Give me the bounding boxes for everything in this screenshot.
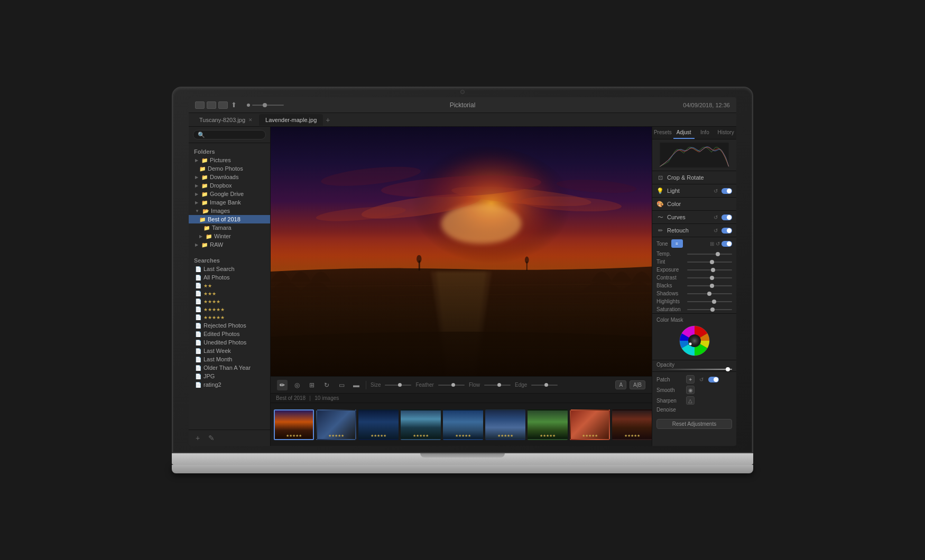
sidebar-item-pictures[interactable]: ▶ 📁 Pictures [189, 156, 270, 164]
sidebar-item-tamara[interactable]: 📁 Tamara [189, 223, 270, 232]
size-slider[interactable] [385, 385, 411, 386]
thumbnail-7[interactable]: ★★★★★ [528, 409, 568, 440]
sharpen-icon[interactable]: △ [686, 396, 695, 405]
sidebar-item-5stars[interactable]: 📄 ★★★★★ [189, 305, 270, 313]
view-btn-2[interactable] [207, 101, 216, 109]
sidebar-item-images[interactable]: ▼ 📂 Images [189, 207, 270, 215]
tab-presets[interactable]: Presets [652, 127, 673, 139]
brush-tool[interactable]: ✏ [277, 380, 288, 390]
sidebar-item-winter[interactable]: ▶ 📁 Winter [189, 232, 270, 240]
crop-rotate-header[interactable]: ⊡ Crop & Rotate [652, 171, 736, 184]
tone-toggle[interactable] [722, 241, 732, 247]
tab-lavender[interactable]: Lavender-maple.jpg [259, 114, 323, 126]
tab-adjust[interactable]: Adjust [673, 127, 695, 139]
grid-tool[interactable]: ⊞ [307, 380, 317, 390]
sidebar-item-4stars[interactable]: 📄 ★★★★ [189, 297, 270, 305]
flow-slider[interactable] [484, 385, 511, 386]
eraser-tool[interactable]: ◎ [292, 380, 302, 390]
curves-toggle[interactable] [722, 214, 732, 220]
sidebar-item-demo[interactable]: 📁 Demo Photos [189, 164, 270, 173]
sidebar-item-last-month[interactable]: 📄 Last Month [189, 355, 270, 363]
sidebar-item-older-year[interactable]: 📄 Older Than A Year [189, 363, 270, 372]
sidebar-item-5stars-2[interactable]: 📄 ★★★★★ [189, 313, 270, 321]
tint-slider[interactable] [687, 262, 732, 263]
curves-reset-btn[interactable]: ↺ [712, 213, 719, 221]
sidebar-item-raw[interactable]: ▶ 📁 RAW [189, 240, 270, 249]
sidebar-item-edited[interactable]: 📄 Edited Photos [189, 330, 270, 338]
light-toggle[interactable] [722, 188, 732, 194]
edit-folder-button[interactable]: ✎ [207, 433, 216, 443]
light-reset-btn[interactable]: ↺ [712, 187, 719, 194]
tone-mode-button[interactable]: ≡ [671, 239, 683, 248]
blacks-slider[interactable] [687, 285, 732, 286]
retouch-header[interactable]: ✏ Retouch ↺ [652, 224, 736, 237]
tab-add-button[interactable]: + [323, 115, 332, 125]
sidebar-item-jpg[interactable]: 📄 JPG [189, 372, 270, 380]
svg-point-24 [689, 342, 692, 346]
zoom-slider[interactable] [247, 104, 284, 107]
color-wheel[interactable] [679, 325, 710, 357]
patch-toggle[interactable] [708, 377, 719, 382]
sidebar-item-all-photos[interactable]: 📄 All Photos [189, 273, 270, 282]
sidebar-item-google-drive[interactable]: ▶ 📁 Google Drive [189, 190, 270, 198]
feather-slider[interactable] [438, 385, 465, 386]
shadows-slider[interactable] [687, 293, 732, 294]
thumbnail-1[interactable]: ★★★★★ [274, 409, 314, 440]
tint-label: Tint [656, 259, 684, 265]
smooth-icon[interactable]: ◉ [686, 386, 695, 394]
exposure-slider[interactable] [687, 269, 732, 270]
view-btn-3[interactable] [218, 101, 228, 109]
sidebar-item-unedited[interactable]: 📄 Unedited Photos [189, 338, 270, 347]
tab-info[interactable]: Info [695, 127, 716, 139]
rect-tool[interactable]: ▭ [336, 380, 347, 390]
ab-button-1[interactable]: A [615, 380, 626, 389]
tone-ctrl-2[interactable]: ↺ [716, 241, 720, 247]
temp-slider[interactable] [687, 254, 732, 255]
thumbnail-5[interactable]: ★★★★★ [443, 409, 483, 440]
share-icon[interactable]: ⬆ [231, 101, 239, 109]
sidebar-item-last-search[interactable]: 📄 Last Search [189, 265, 270, 273]
rect2-tool[interactable]: ▬ [351, 380, 362, 390]
expand-icon: ▶ [195, 200, 198, 205]
curves-header[interactable]: 〜 Curves ↺ [652, 211, 736, 223]
view-btn-1[interactable] [195, 101, 205, 109]
sidebar-item-2stars[interactable]: 📄 ★★ [189, 282, 270, 290]
thumbnail-6[interactable]: ★★★★★ [485, 409, 525, 440]
add-folder-button[interactable]: + [193, 433, 202, 443]
patch-icon[interactable]: ✦ [686, 375, 695, 384]
saturation-slider[interactable] [687, 309, 732, 310]
highlights-slider[interactable] [687, 301, 732, 302]
tab-tuscany-close[interactable]: ✕ [248, 117, 253, 123]
search-input[interactable] [193, 130, 266, 139]
patch-reset[interactable]: ↺ [698, 376, 705, 383]
sidebar-item-3stars[interactable]: 📄 ★★★ [189, 290, 270, 297]
retouch-toggle[interactable] [722, 228, 732, 234]
thumbnail-2[interactable]: ★★★★★ [316, 409, 356, 440]
sidebar-item-downloads[interactable]: ▶ 📁 Downloads [189, 173, 270, 181]
sidebar-item-dropbox[interactable]: ▶ 📁 Dropbox [189, 181, 270, 190]
ab-button-2[interactable]: A|B [630, 380, 645, 389]
folder-icon: 📁 [201, 157, 208, 163]
tab-tuscany[interactable]: Tuscany-8203.jpg ✕ [193, 114, 259, 126]
color-header[interactable]: 🎨 Color [652, 198, 736, 210]
thumbnail-9[interactable]: ★★★★★ [612, 409, 652, 440]
folder-label: Google Drive [210, 191, 244, 197]
sidebar-item-last-week[interactable]: 📄 Last Week [189, 347, 270, 355]
thumbnail-8[interactable]: ★★★★★ [570, 409, 610, 440]
sidebar-item-best2018[interactable]: 📁 Best of 2018 [189, 215, 270, 223]
reset-adjustments-button[interactable]: Reset Adjustments [656, 419, 732, 429]
retouch-reset-btn[interactable]: ↺ [712, 227, 719, 234]
opacity-slider[interactable] [656, 369, 732, 370]
light-header[interactable]: 💡 Light ↺ [652, 184, 736, 197]
contrast-slider[interactable] [687, 277, 732, 278]
sidebar-item-rejected[interactable]: 📄 Rejected Photos [189, 321, 270, 330]
transform-tool[interactable]: ↻ [321, 380, 332, 390]
thumbnail-3[interactable]: ★★★★★ [358, 409, 399, 440]
sidebar-item-rating2[interactable]: 📄 rating2 [189, 380, 270, 389]
edge-slider[interactable] [531, 385, 558, 386]
thumbnail-4[interactable]: ★★★★★ [401, 409, 441, 440]
tone-ctrl-1[interactable]: ⊞ [710, 241, 714, 247]
curves-section: 〜 Curves ↺ [652, 211, 736, 224]
tab-history[interactable]: History [715, 127, 736, 139]
sidebar-item-image-bank[interactable]: ▶ 📁 Image Bank [189, 198, 270, 207]
